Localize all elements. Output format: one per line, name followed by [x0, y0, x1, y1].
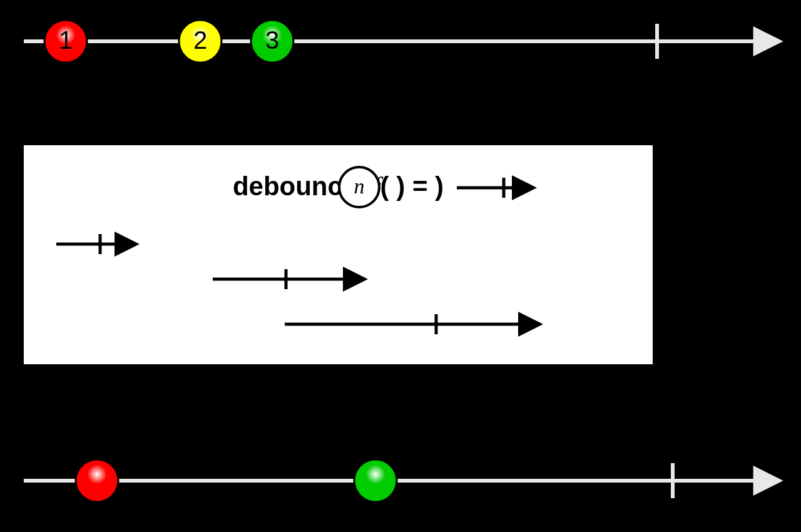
marble-icon — [76, 459, 118, 502]
operator-box: debounce( f( ) = )n — [24, 145, 653, 364]
output-timeline-marble-1 — [354, 459, 397, 502]
marble-label: 2 — [193, 26, 207, 54]
op-arg-letter: n — [354, 175, 365, 198]
input-timeline-marble-0: 1 — [44, 20, 87, 63]
op-equals: = — [405, 171, 435, 201]
output-timeline — [24, 459, 777, 502]
input-timeline-marble-2: 3 — [251, 20, 293, 63]
op-arg-marble: n — [339, 167, 379, 207]
marble-label: 3 — [265, 26, 279, 54]
op-fn-open: ( — [380, 171, 389, 201]
op-gap-n — [389, 171, 397, 201]
op-suffix: ) — [435, 171, 444, 201]
op-fn-close: ) — [396, 171, 405, 201]
input-timeline: 123 — [24, 20, 777, 63]
marble-label: 1 — [59, 26, 73, 54]
input-timeline-marble-1: 2 — [179, 20, 222, 63]
output-timeline-marble-0 — [76, 459, 118, 502]
marble-icon — [354, 459, 397, 502]
